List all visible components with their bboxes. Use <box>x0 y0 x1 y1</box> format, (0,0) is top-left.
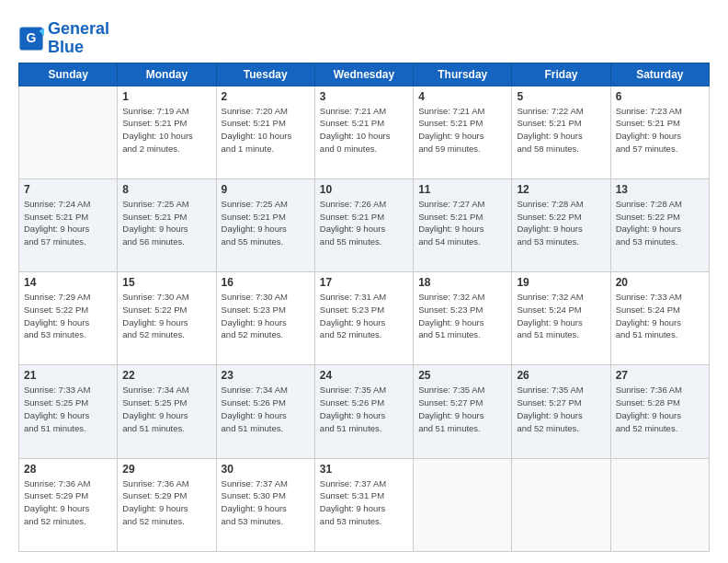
calendar-cell: 24Sunrise: 7:35 AM Sunset: 5:26 PM Dayli… <box>314 365 413 458</box>
day-number: 18 <box>418 276 506 289</box>
svg-text:G: G <box>27 30 37 45</box>
day-number: 11 <box>418 183 506 196</box>
day-number: 17 <box>320 276 408 289</box>
weekday-header-friday: Friday <box>512 63 610 86</box>
day-info: Sunrise: 7:26 AM Sunset: 5:21 PM Dayligh… <box>320 198 408 248</box>
day-info: Sunrise: 7:31 AM Sunset: 5:23 PM Dayligh… <box>320 291 408 341</box>
calendar-cell <box>19 86 118 178</box>
weekday-header-wednesday: Wednesday <box>314 63 413 86</box>
calendar-cell: 14Sunrise: 7:29 AM Sunset: 5:22 PM Dayli… <box>19 272 118 365</box>
day-number: 15 <box>122 276 210 289</box>
day-info: Sunrise: 7:33 AM Sunset: 5:25 PM Dayligh… <box>24 384 112 434</box>
calendar-cell: 27Sunrise: 7:36 AM Sunset: 5:28 PM Dayli… <box>610 365 709 458</box>
calendar-cell <box>512 458 610 551</box>
calendar-cell: 9Sunrise: 7:25 AM Sunset: 5:21 PM Daylig… <box>216 178 314 271</box>
calendar-cell: 25Sunrise: 7:35 AM Sunset: 5:27 PM Dayli… <box>414 365 512 458</box>
calendar-cell: 21Sunrise: 7:33 AM Sunset: 5:25 PM Dayli… <box>19 365 118 458</box>
day-number: 13 <box>616 183 704 196</box>
calendar-cell: 20Sunrise: 7:33 AM Sunset: 5:24 PM Dayli… <box>610 272 709 365</box>
weekday-header-saturday: Saturday <box>610 63 709 86</box>
calendar-cell: 15Sunrise: 7:30 AM Sunset: 5:22 PM Dayli… <box>118 272 216 365</box>
day-number: 16 <box>222 276 310 289</box>
day-number: 21 <box>24 369 112 382</box>
calendar-table: SundayMondayTuesdayWednesdayThursdayFrid… <box>18 63 710 552</box>
calendar-cell: 5Sunrise: 7:22 AM Sunset: 5:21 PM Daylig… <box>512 86 610 178</box>
week-row-2: 7Sunrise: 7:24 AM Sunset: 5:21 PM Daylig… <box>19 178 710 271</box>
day-info: Sunrise: 7:21 AM Sunset: 5:21 PM Dayligh… <box>320 105 408 155</box>
day-info: Sunrise: 7:25 AM Sunset: 5:21 PM Dayligh… <box>122 198 210 248</box>
day-info: Sunrise: 7:19 AM Sunset: 5:21 PM Dayligh… <box>122 105 210 155</box>
day-number: 5 <box>517 90 605 103</box>
calendar-cell: 2Sunrise: 7:20 AM Sunset: 5:21 PM Daylig… <box>216 86 314 178</box>
day-info: Sunrise: 7:20 AM Sunset: 5:21 PM Dayligh… <box>222 105 310 155</box>
day-info: Sunrise: 7:24 AM Sunset: 5:21 PM Dayligh… <box>24 198 112 248</box>
day-info: Sunrise: 7:32 AM Sunset: 5:24 PM Dayligh… <box>517 291 605 341</box>
day-number: 14 <box>24 276 112 289</box>
day-info: Sunrise: 7:32 AM Sunset: 5:23 PM Dayligh… <box>418 291 506 341</box>
day-number: 22 <box>122 369 210 382</box>
day-number: 26 <box>517 369 605 382</box>
day-number: 31 <box>320 463 408 476</box>
calendar-cell: 16Sunrise: 7:30 AM Sunset: 5:23 PM Dayli… <box>216 272 314 365</box>
day-info: Sunrise: 7:22 AM Sunset: 5:21 PM Dayligh… <box>517 105 605 155</box>
day-number: 9 <box>222 183 310 196</box>
day-number: 28 <box>24 463 112 476</box>
calendar-cell: 31Sunrise: 7:37 AM Sunset: 5:31 PM Dayli… <box>314 458 413 551</box>
calendar-cell: 6Sunrise: 7:23 AM Sunset: 5:21 PM Daylig… <box>610 86 709 178</box>
calendar-cell: 29Sunrise: 7:36 AM Sunset: 5:29 PM Dayli… <box>118 458 216 551</box>
week-row-1: 1Sunrise: 7:19 AM Sunset: 5:21 PM Daylig… <box>19 86 710 178</box>
day-number: 19 <box>517 276 605 289</box>
day-info: Sunrise: 7:30 AM Sunset: 5:22 PM Dayligh… <box>122 291 210 341</box>
calendar-cell: 19Sunrise: 7:32 AM Sunset: 5:24 PM Dayli… <box>512 272 610 365</box>
weekday-header-row: SundayMondayTuesdayWednesdayThursdayFrid… <box>19 63 710 86</box>
calendar-cell: 30Sunrise: 7:37 AM Sunset: 5:30 PM Dayli… <box>216 458 314 551</box>
day-number: 30 <box>222 463 310 476</box>
day-info: Sunrise: 7:35 AM Sunset: 5:26 PM Dayligh… <box>320 384 408 434</box>
calendar-cell: 23Sunrise: 7:34 AM Sunset: 5:26 PM Dayli… <box>216 365 314 458</box>
calendar-cell <box>414 458 512 551</box>
day-number: 27 <box>616 369 704 382</box>
day-info: Sunrise: 7:34 AM Sunset: 5:26 PM Dayligh… <box>222 384 310 434</box>
calendar-cell: 3Sunrise: 7:21 AM Sunset: 5:21 PM Daylig… <box>314 86 413 178</box>
day-info: Sunrise: 7:25 AM Sunset: 5:21 PM Dayligh… <box>222 198 310 248</box>
calendar-cell: 12Sunrise: 7:28 AM Sunset: 5:22 PM Dayli… <box>512 178 610 271</box>
day-info: Sunrise: 7:35 AM Sunset: 5:27 PM Dayligh… <box>418 384 506 434</box>
day-info: Sunrise: 7:36 AM Sunset: 5:29 PM Dayligh… <box>122 477 210 528</box>
weekday-header-sunday: Sunday <box>19 63 118 86</box>
weekday-header-thursday: Thursday <box>414 63 512 86</box>
day-info: Sunrise: 7:34 AM Sunset: 5:25 PM Dayligh… <box>122 384 210 434</box>
day-info: Sunrise: 7:21 AM Sunset: 5:21 PM Dayligh… <box>418 105 506 155</box>
logo-icon: G <box>18 26 44 52</box>
week-row-4: 21Sunrise: 7:33 AM Sunset: 5:25 PM Dayli… <box>19 365 710 458</box>
day-info: Sunrise: 7:33 AM Sunset: 5:24 PM Dayligh… <box>616 291 704 341</box>
day-info: Sunrise: 7:30 AM Sunset: 5:23 PM Dayligh… <box>222 291 310 341</box>
weekday-header-monday: Monday <box>118 63 216 86</box>
logo-text: General Blue <box>48 20 109 57</box>
day-number: 10 <box>320 183 408 196</box>
header: G General Blue <box>18 17 710 57</box>
day-number: 4 <box>418 90 506 103</box>
calendar-cell <box>610 458 709 551</box>
day-info: Sunrise: 7:28 AM Sunset: 5:22 PM Dayligh… <box>517 198 605 248</box>
day-number: 8 <box>122 183 210 196</box>
day-number: 7 <box>24 183 112 196</box>
day-info: Sunrise: 7:35 AM Sunset: 5:27 PM Dayligh… <box>517 384 605 434</box>
calendar-cell: 7Sunrise: 7:24 AM Sunset: 5:21 PM Daylig… <box>19 178 118 271</box>
day-number: 24 <box>320 369 408 382</box>
calendar-cell: 28Sunrise: 7:36 AM Sunset: 5:29 PM Dayli… <box>19 458 118 551</box>
day-number: 1 <box>122 90 210 103</box>
calendar-cell: 18Sunrise: 7:32 AM Sunset: 5:23 PM Dayli… <box>414 272 512 365</box>
calendar-cell: 1Sunrise: 7:19 AM Sunset: 5:21 PM Daylig… <box>118 86 216 178</box>
day-number: 2 <box>222 90 310 103</box>
day-number: 20 <box>616 276 704 289</box>
day-info: Sunrise: 7:27 AM Sunset: 5:21 PM Dayligh… <box>418 198 506 248</box>
week-row-5: 28Sunrise: 7:36 AM Sunset: 5:29 PM Dayli… <box>19 458 710 551</box>
day-info: Sunrise: 7:28 AM Sunset: 5:22 PM Dayligh… <box>616 198 704 248</box>
day-info: Sunrise: 7:29 AM Sunset: 5:22 PM Dayligh… <box>24 291 112 341</box>
day-info: Sunrise: 7:23 AM Sunset: 5:21 PM Dayligh… <box>616 105 704 155</box>
day-number: 6 <box>616 90 704 103</box>
day-number: 3 <box>320 90 408 103</box>
day-info: Sunrise: 7:36 AM Sunset: 5:28 PM Dayligh… <box>616 384 704 434</box>
day-info: Sunrise: 7:37 AM Sunset: 5:30 PM Dayligh… <box>222 477 310 528</box>
day-info: Sunrise: 7:36 AM Sunset: 5:29 PM Dayligh… <box>24 477 112 528</box>
